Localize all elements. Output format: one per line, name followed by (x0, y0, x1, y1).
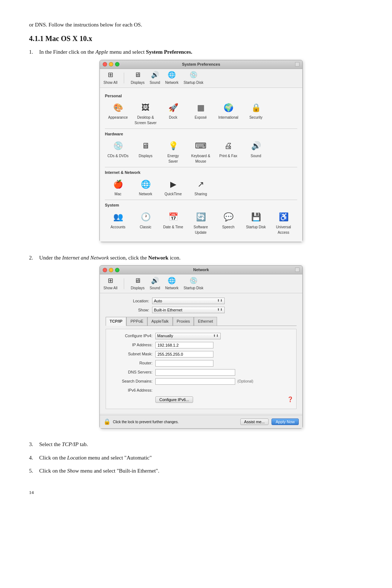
classic-item[interactable]: 🕐 Classic (132, 211, 159, 235)
network-displays-icon: 🖥 (132, 277, 143, 285)
print-fax-icon: 🖨 (222, 139, 235, 152)
print-fax-item[interactable]: 🖨 Print & Fax (215, 139, 241, 164)
toolbar-displays-label: Displays (131, 80, 144, 85)
titlebar: System Preferences (100, 60, 302, 69)
sound-pref-label: Sound (251, 153, 261, 159)
page-number: 14 (29, 490, 363, 495)
accounts-item[interactable]: 👥 Accounts (105, 211, 131, 235)
ip-address-row: IP Address: (109, 342, 293, 348)
appearance-item[interactable]: 🎨 Appearance (105, 101, 131, 126)
network-pref-item[interactable]: 🌐 Network (132, 177, 159, 197)
tab-appletalk[interactable]: AppleTalk (147, 317, 173, 326)
router-input[interactable] (155, 360, 213, 367)
list-item-4: 4. Click on the Location menu and select… (29, 454, 363, 462)
close-button[interactable] (103, 62, 107, 66)
tab-pppoe[interactable]: PPPoE (126, 317, 147, 326)
network-toolbar-displays[interactable]: 🖥 Displays (131, 277, 144, 291)
syspref-body: Personal 🎨 Appearance 🖼 Desktop &Screen … (100, 88, 302, 242)
speech-item[interactable]: 💬 Speech (215, 211, 241, 235)
toolbar-network[interactable]: 🌐 Network (165, 71, 179, 85)
lock-icon[interactable]: 🔒 (103, 417, 111, 426)
subnet-mask-input[interactable] (155, 351, 213, 358)
sound-pref-icon: 🔊 (249, 139, 262, 152)
keyboard-mouse-item[interactable]: ⌨ Keyboard &Mouse (188, 139, 214, 164)
cds-dvds-item[interactable]: 💿 CDs & DVDs (105, 139, 131, 164)
dock-item[interactable]: 🚀 Dock (160, 101, 186, 126)
network-toolbar-displays-label: Displays (131, 285, 144, 291)
desktop-screensaver-item[interactable]: 🖼 Desktop &Screen Saver (132, 101, 159, 126)
list-item-2: 2. Under the Internet and Network sectio… (29, 254, 363, 436)
toolbar-startup-disk[interactable]: 💿 Startup Disk (184, 71, 203, 85)
configure-ipv6-row: Configure IPv6... ❓ (109, 396, 293, 403)
startup-disk-pref-label: Startup Disk (246, 224, 266, 230)
step-number-5: 5. (29, 467, 39, 475)
dns-servers-label: DNS Servers: (109, 369, 152, 375)
mac-item[interactable]: 🍎 Mac (105, 177, 131, 197)
divider (105, 128, 297, 129)
network-toolbar-startup[interactable]: 💿 Startup Disk (184, 277, 203, 291)
network-pref-label: Network (139, 191, 152, 197)
network-minimize-button[interactable] (109, 268, 113, 272)
network-toolbar-show-all[interactable]: ⊞ Show All (103, 277, 117, 291)
energy-saver-icon: 💡 (167, 139, 180, 152)
tab-ethernet[interactable]: Ethernet (194, 317, 217, 326)
list-item-3: 3. Select the TCP/IP tab. (29, 440, 363, 449)
universal-access-item[interactable]: ♿ UniversalAccess (270, 211, 297, 235)
subnet-mask-label: Subnet Mask: (109, 351, 152, 357)
minimize-button[interactable] (109, 62, 113, 66)
security-icon: 🔒 (249, 101, 262, 114)
configure-ipv6-button[interactable]: Configure IPv6... (155, 396, 193, 403)
date-time-item[interactable]: 📅 Date & Time (160, 211, 186, 235)
personal-section-label: Personal (105, 93, 297, 99)
network-toolbar-sound[interactable]: 🔊 Sound (150, 277, 160, 291)
toolbar-show-all-label: Show All (103, 80, 117, 85)
tab-proxies[interactable]: Proxies (173, 317, 194, 326)
toolbar-displays[interactable]: 🖥 Displays (131, 71, 144, 85)
cds-dvds-label: CDs & DVDs (107, 153, 128, 159)
toolbar-sound[interactable]: 🔊 Sound (150, 71, 160, 85)
displays-item[interactable]: 🖥 Displays (132, 139, 159, 164)
search-domains-row: Search Domains: (Optional) (109, 378, 293, 385)
dns-servers-input[interactable] (155, 369, 235, 376)
quicktime-item[interactable]: ▶ QuickTime (160, 177, 186, 197)
sound-pref-item[interactable]: 🔊 Sound (243, 139, 269, 164)
security-item[interactable]: 🔒 Security (243, 101, 269, 126)
location-select[interactable]: Auto ⬆⬇ (152, 298, 225, 304)
print-fax-label: Print & Fax (219, 153, 237, 159)
sharing-item[interactable]: ↗ Sharing (188, 177, 214, 197)
show-row: Show: Built-in Ethernet ⬆⬇ (106, 307, 297, 313)
international-item[interactable]: 🌍 International (215, 101, 241, 126)
network-close-button[interactable] (103, 268, 107, 272)
tabs-row: TCP/IP PPPoE AppleTalk Proxies Ethernet (106, 317, 297, 326)
ip-address-input[interactable] (155, 342, 213, 348)
mac-icon: 🍎 (111, 177, 124, 191)
step-content-4: Click on the Location menu and select "A… (39, 454, 363, 462)
network-toolbar-network[interactable]: 🌐 Network (165, 277, 179, 291)
classic-label: Classic (140, 224, 151, 230)
expose-item[interactable]: ▦ Exposé (188, 101, 214, 126)
apply-now-button[interactable]: Apply Now (271, 418, 299, 425)
startup-disk-pref-item[interactable]: 💾 Startup Disk (243, 211, 269, 235)
zoom-button[interactable] (115, 62, 119, 66)
energy-saver-item[interactable]: 💡 EnergySaver (160, 139, 186, 164)
step-text-5: Click on the Show menu and select "Built… (39, 468, 159, 474)
show-select[interactable]: Built-in Ethernet ⬆⬇ (152, 307, 225, 313)
toolbar-show-all[interactable]: ⊞ Show All (103, 71, 117, 85)
step-number-4: 4. (29, 454, 39, 462)
search-domains-input[interactable] (155, 378, 235, 385)
assist-me-button[interactable]: Assist me... (240, 418, 269, 425)
tab-tcpip[interactable]: TCP/IP (106, 317, 126, 326)
toolbar-network-label: Network (165, 80, 179, 85)
network-bottom-bar: 🔒 Click the lock to prevent further chan… (100, 415, 302, 428)
configure-ipv4-row: Configure IPv4: Manually ⬆⬇ (109, 333, 293, 339)
software-update-item[interactable]: 🔄 SoftwareUpdate (188, 211, 214, 235)
help-icon[interactable]: ❓ (287, 396, 293, 403)
divider2 (105, 167, 297, 167)
configure-ipv4-select[interactable]: Manually ⬆⬇ (155, 333, 221, 339)
appearance-icon: 🎨 (111, 101, 124, 114)
window-title: System Preferences (182, 61, 220, 68)
accounts-label: Accounts (110, 224, 125, 230)
step-content-3: Select the TCP/IP tab. (39, 440, 363, 449)
network-zoom-button[interactable] (115, 268, 119, 272)
network-toolbar-show-all-label: Show All (103, 285, 117, 291)
